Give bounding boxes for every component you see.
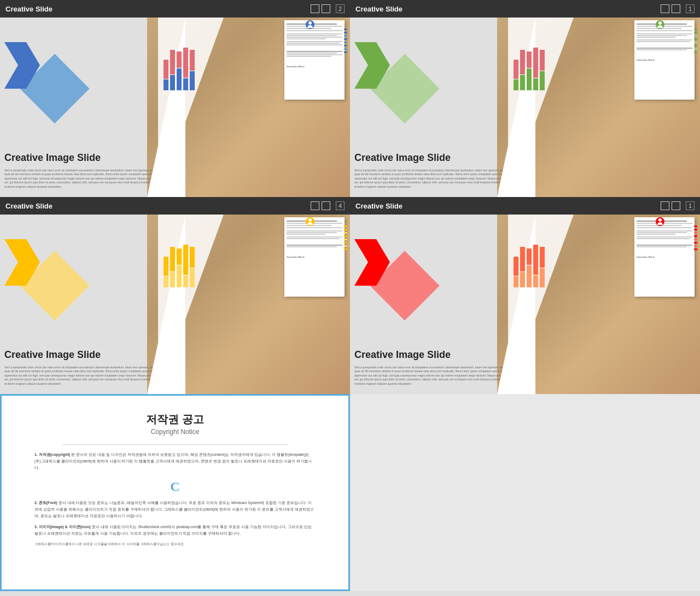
slide-1: Creative Slide 2 [0, 0, 350, 197]
slide-1-header: Creative Slide 2 [0, 0, 350, 18]
slide-3-header: Creative Slide 4 [0, 197, 350, 215]
slide-1-text: Creative Image Slide Sed ut perspiciatis… [4, 152, 165, 189]
slide-3-title: Creative Slide [5, 202, 52, 210]
slide-3-main-title: Creative Image Slide [4, 349, 165, 361]
slide-2: Creative Slide 1 [350, 0, 700, 197]
slide-2-body: Sed ut perspiciatis unde omnis iste natu… [354, 169, 515, 189]
slide-1-body: Sed ut perspiciatis unde omnis iste natu… [4, 169, 165, 189]
slide-4-body: Sed ut perspiciatis unde omnis iste natu… [354, 366, 515, 386]
slide-2-chevron [354, 42, 390, 91]
slide-1-content: Samantha Black [0, 18, 350, 197]
main-grid: Creative Slide 2 [0, 0, 700, 591]
copyright-section-1: 1. 저작권(copyright) 본 문서의 모든 내용 및 디자인은 저작권… [34, 452, 316, 471]
copyright-section-3: 3. 이미지(Image) & 아이콘(Icon) 문서 내에 사용된 이미지는… [34, 524, 316, 537]
svg-marker-2 [4, 239, 40, 286]
slide-3-body: Sed ut perspiciatis unde omnis iste natu… [4, 366, 165, 386]
copyright-section-2: 2. 폰트(Font) 문서 내에 사용된 모든 폰트는 나눔폰트, 배달의민족… [34, 500, 316, 519]
slide-2-icon-box1 [661, 4, 669, 13]
slide-4-header: Creative Slide 1 [350, 197, 700, 215]
slide-2-content: Samantha Black [350, 18, 700, 197]
slide-2-icon-box2 [672, 4, 680, 13]
slide-2-icons: 1 [661, 4, 695, 13]
slide-3-image-area: Samantha Black [147, 215, 350, 394]
slide-1-person-icon [306, 20, 314, 29]
copyright-footer: 그래픽스쿨/미디어스쿨에서 나온 새로운 시각물을 아래에서 이 사이트를 그래… [34, 541, 316, 547]
slide-4-person-icon [656, 217, 664, 226]
copyright-title-en: Copyright Notice [151, 428, 200, 436]
copyright-section-2-title: 2. 폰트(Font) [34, 501, 57, 505]
copyright-c-container: C [34, 476, 316, 498]
slide-4-right-lines [694, 225, 697, 291]
slide-2-doc1: Samantha Black [634, 20, 695, 100]
slide-4-icon-box2 [672, 201, 680, 210]
slide-1-image-area: Samantha Black [147, 18, 350, 197]
slide-4-title: Creative Slide [355, 202, 402, 210]
copyright-section-3-title: 3. 이미지(Image) & 아이콘(Icon) [34, 525, 91, 529]
slide-1-icons: 2 [311, 4, 345, 13]
slide-2-image-area: Samantha Black [497, 18, 700, 197]
slide-3-person-icon [306, 217, 314, 226]
copyright-section-2-body: 문서 내에 사용된 모든 폰트는 나눔폰트, 배달의민족 서체를 사용하였습니다… [34, 501, 314, 518]
slide-1-right-lines [344, 28, 347, 94]
slide-2-main-title: Creative Image Slide [354, 152, 515, 164]
slide-4-content: Samantha Black [350, 215, 700, 394]
slide-4: Creative Slide 1 [350, 197, 700, 394]
slide-1-chevron [4, 42, 40, 91]
copyright-c-logo: C [170, 479, 179, 494]
slide-4-image-area: Samantha Black [497, 215, 700, 394]
copyright-section-1-body: 본 문서의 모든 내용 및 디자인은 저작권법에 의하여 보호받고 있으며, 해… [34, 453, 312, 470]
copyright-slide: 저작권 공고 Copyright Notice 1. 저작권(copyright… [0, 394, 350, 591]
empty-area [350, 394, 700, 591]
slide-2-person-icon [656, 20, 664, 29]
slide-2-title: Creative Slide [355, 5, 402, 13]
slide-4-icon-box1 [661, 201, 669, 210]
copyright-title-kr: 저작권 공고 [146, 412, 204, 427]
slide-1-doc1: Samantha Black [284, 20, 345, 100]
slide-2-header: Creative Slide 1 [350, 0, 700, 18]
slide-1-page-num: 2 [336, 4, 345, 13]
slide-3-doc1: Samantha Black [284, 217, 345, 297]
slide-1-icon-box2 [322, 4, 330, 13]
slide-3-icon-box1 [311, 201, 319, 210]
slide-1-title: Creative Slide [5, 5, 52, 13]
slide-4-barchart [514, 245, 545, 287]
slide-2-right-lines [694, 28, 697, 94]
slide-4-page-num: 1 [686, 201, 695, 210]
copyright-body: 1. 저작권(copyright) 본 문서의 모든 내용 및 디자인은 저작권… [34, 452, 316, 547]
slide-3-icons: 4 [311, 201, 345, 210]
slide-4-icons: 1 [661, 201, 695, 210]
svg-marker-0 [4, 42, 40, 89]
slide-3: Creative Slide 4 [0, 197, 350, 394]
slide-3-content: Samantha Black [0, 215, 350, 394]
slide-4-doc1: Samantha Black [634, 217, 695, 297]
slide-3-barchart [164, 245, 195, 287]
slide-2-barchart [514, 48, 545, 90]
slide-3-text: Creative Image Slide Sed ut perspiciatis… [4, 349, 165, 386]
slide-4-main-title: Creative Image Slide [354, 349, 515, 361]
copyright-section-1-title: 1. 저작권(copyright) [34, 453, 70, 456]
slide-3-icon-box2 [322, 201, 330, 210]
slide-3-right-lines [344, 225, 347, 291]
slide-4-chevron [354, 239, 390, 288]
slide-3-page-num: 4 [336, 201, 345, 210]
slide-1-barchart [164, 48, 195, 90]
slide-2-text: Creative Image Slide Sed ut perspiciatis… [354, 152, 515, 189]
slide-3-chevron [4, 239, 40, 288]
svg-marker-1 [354, 42, 390, 89]
copyright-divider [62, 444, 287, 445]
slide-4-text: Creative Image Slide Sed ut perspiciatis… [354, 349, 515, 386]
slide-1-icon-box1 [311, 4, 319, 13]
slide-2-page-num: 1 [686, 4, 695, 13]
slide-1-main-title: Creative Image Slide [4, 152, 165, 164]
svg-marker-3 [354, 239, 390, 286]
